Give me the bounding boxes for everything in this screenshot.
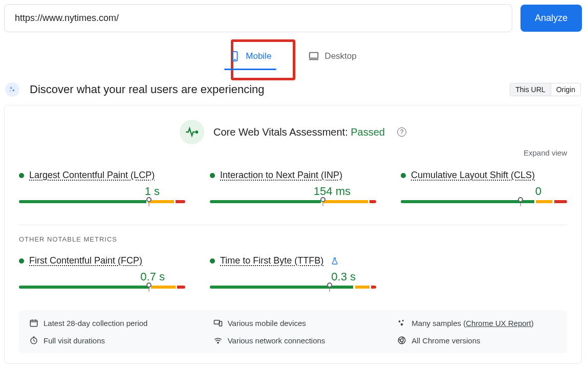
svg-point-6 <box>10 91 11 92</box>
samples-icon <box>397 318 406 328</box>
metric-marker <box>518 197 523 202</box>
crux-report-link[interactable]: Chrome UX Report <box>466 319 531 328</box>
svg-line-19 <box>34 341 35 342</box>
footer-network: Various network connections <box>228 336 325 345</box>
cwv-title: Core Web Vitals Assessment: Passed <box>213 126 385 138</box>
calendar-icon <box>29 318 38 328</box>
footer-versions: All Chrome versions <box>411 336 480 345</box>
svg-rect-12 <box>214 320 220 324</box>
tab-mobile-label: Mobile <box>246 51 271 61</box>
url-input[interactable] <box>4 4 512 32</box>
svg-point-5 <box>13 90 14 91</box>
desktop-icon <box>308 51 319 62</box>
metric-cls: Cumulative Layout Shift (CLS) 0 <box>401 170 567 210</box>
tab-mobile[interactable]: Mobile <box>219 45 281 70</box>
metric-marker <box>327 282 332 288</box>
metric-name-inp[interactable]: Interaction to Next Paint (INP) <box>220 170 342 181</box>
metric-name-cls[interactable]: Cumulative Layout Shift (CLS) <box>411 170 535 181</box>
metric-inp: Interaction to Next Paint (INP) 154 ms <box>210 170 376 210</box>
metric-name-lcp[interactable]: Largest Contentful Paint (LCP) <box>29 170 155 181</box>
metric-name-fcp[interactable]: First Contentful Paint (FCP) <box>29 255 142 266</box>
clock-icon <box>29 336 38 345</box>
metric-value-ttfb: 0.3 s <box>210 270 376 284</box>
metric-marker <box>146 197 151 202</box>
status-dot-good <box>401 173 406 178</box>
mobile-icon <box>229 51 241 62</box>
cwv-card: Core Web Vitals Assessment: Passed ? Exp… <box>4 105 582 364</box>
other-metrics-label: OTHER NOTABLE METRICS <box>19 235 567 243</box>
status-dot-good <box>19 173 24 178</box>
toggle-this-url[interactable]: This URL <box>510 83 551 96</box>
help-icon[interactable]: ? <box>397 127 406 137</box>
footer-durations: Full visit durations <box>44 336 105 345</box>
metric-value-lcp: 1 s <box>19 185 185 198</box>
svg-point-4 <box>10 87 13 90</box>
metric-lcp: Largest Contentful Paint (LCP) 1 s <box>19 170 185 210</box>
expand-view-link[interactable]: Expand view <box>524 148 567 157</box>
svg-point-21 <box>218 342 219 343</box>
footer-devices: Various mobile devices <box>228 319 306 328</box>
status-dot-good <box>210 258 215 264</box>
status-dot-good <box>210 173 215 178</box>
metric-marker <box>146 282 151 288</box>
scope-toggle: This URL Origin <box>510 83 581 96</box>
svg-point-15 <box>402 320 404 321</box>
svg-rect-2 <box>310 53 318 58</box>
experimental-icon <box>331 257 339 265</box>
footer-period: Latest 28-day collection period <box>44 319 147 328</box>
devices-icon <box>213 318 223 328</box>
metric-value-inp: 154 ms <box>210 185 376 198</box>
vitals-icon <box>180 120 204 144</box>
metric-ttfb: Time to First Byte (TTFB) 0.3 s <box>210 255 376 296</box>
cwv-status: Passed <box>351 126 385 138</box>
tab-desktop[interactable]: Desktop <box>298 45 366 70</box>
section-title: Discover what your real users are experi… <box>30 83 265 96</box>
metric-value-fcp: 0.7 s <box>19 270 185 284</box>
footer-samples: Many samples (Chrome UX Report) <box>411 319 533 328</box>
users-icon <box>5 82 19 97</box>
metric-value-cls: 0 <box>401 185 567 198</box>
chrome-icon <box>397 336 406 345</box>
cwv-label: Core Web Vitals Assessment: <box>213 126 348 138</box>
metric-name-ttfb[interactable]: Time to First Byte (TTFB) <box>220 255 323 266</box>
footer-info: Latest 28-day collection period Various … <box>19 310 567 353</box>
analyze-button[interactable]: Analyze <box>520 5 582 32</box>
svg-rect-8 <box>30 320 37 326</box>
svg-point-7 <box>196 131 198 133</box>
device-tabs: Mobile Desktop <box>4 45 582 70</box>
metric-marker <box>320 197 325 202</box>
svg-point-16 <box>401 323 403 326</box>
tab-desktop-label: Desktop <box>324 51 356 61</box>
toggle-origin[interactable]: Origin <box>551 83 580 96</box>
status-dot-good <box>19 258 24 264</box>
svg-point-14 <box>399 320 401 322</box>
divider <box>19 225 567 225</box>
network-icon <box>213 336 223 345</box>
metric-fcp: First Contentful Paint (FCP) 0.7 s <box>19 255 185 296</box>
